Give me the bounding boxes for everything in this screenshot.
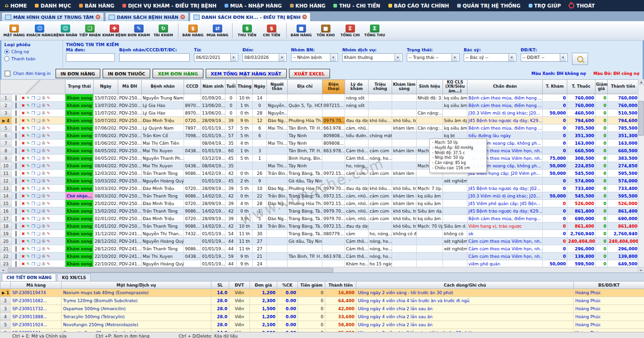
chevron-down-icon[interactable]: ▾ xyxy=(230,54,236,61)
edit-icon[interactable]: ✎ xyxy=(26,133,30,138)
copy-icon[interactable]: ❐ xyxy=(32,103,35,108)
col-cccd[interactable]: CCCD xyxy=(184,80,201,94)
menu-item-quan-tri-he-thong[interactable]: QUẢN TRỊ HỆ THỐNG xyxy=(457,3,521,8)
order-row[interactable]: 12✖✎❐❏✇✎Khám xong10/03/202...PDV-250...N… xyxy=(0,177,638,185)
col-vit[interactable]: Sinh hiệu xyxy=(417,80,443,94)
scroll-right-icon[interactable]: ► xyxy=(638,267,644,272)
copy-icon[interactable]: ❐ xyxy=(32,118,35,123)
col-kq[interactable]: KQ CLS (XN/Siêu âm...) xyxy=(443,80,467,94)
row-checkbox[interactable] xyxy=(16,110,16,116)
toolbar-mat-hang[interactable]: ■MẶT HÀNG xyxy=(2,25,26,37)
col-ma[interactable]: Mã ĐH xyxy=(118,80,142,94)
list-icon[interactable]: ❏ xyxy=(37,247,40,251)
delete-icon[interactable]: ✖ xyxy=(22,148,25,153)
note-icon[interactable]: ✎ xyxy=(47,126,50,131)
print-icon[interactable]: ✇ xyxy=(42,103,46,108)
detail-col-gia[interactable]: Đơn giá xyxy=(250,281,277,289)
list-icon[interactable]: ❏ xyxy=(37,148,40,153)
col-tt[interactable]: T. Thuốc xyxy=(567,80,596,94)
ddkt-select[interactable]: -- ĐĐ/KT --▾ xyxy=(521,53,568,62)
col-diag[interactable]: Chẩn đoán xyxy=(467,80,543,94)
delete-icon[interactable]: ✖ xyxy=(22,201,25,206)
note-icon[interactable]: ✎ xyxy=(47,201,50,206)
tab-chi-tiet-don-hang[interactable]: CHI TIẾT ĐƠN HÀNG xyxy=(2,273,56,281)
list-icon[interactable]: ❏ xyxy=(37,224,40,229)
row-checkbox[interactable] xyxy=(16,223,16,229)
edit-icon[interactable]: ✎ xyxy=(26,254,30,259)
list-icon[interactable]: ❏ xyxy=(37,201,40,206)
detail-col-bs[interactable]: BS/ĐD/KT xyxy=(574,281,644,289)
col-exam[interactable]: Khám lâm sàng xyxy=(392,80,417,94)
toolbar-tiep-nhan[interactable]: ❏TIẾP NHẬN xyxy=(78,25,102,37)
bac-sy-select[interactable]: -- Bác sỹ --▾ xyxy=(464,53,516,62)
print-icon[interactable]: ✇ xyxy=(42,133,46,138)
toolbar-tong-chi[interactable]: ΣTỔNG CHI xyxy=(338,25,362,37)
toolbar-thu-tien[interactable]: $THU TIỀN xyxy=(235,25,259,37)
print-icon[interactable]: ✇ xyxy=(42,224,46,229)
note-icon[interactable]: ✎ xyxy=(47,171,50,176)
note-icon[interactable]: ✎ xyxy=(47,194,50,198)
row-checkbox[interactable] xyxy=(16,133,16,139)
copy-icon[interactable]: ❐ xyxy=(32,126,35,131)
delete-icon[interactable]: ✖ xyxy=(22,186,25,191)
col-tot[interactable]: Thành tiền xyxy=(608,80,638,94)
row-checkbox[interactable] xyxy=(16,208,16,214)
delete-icon[interactable]: ✖ xyxy=(22,171,25,176)
detail-row[interactable]: 2SP-230911682...Trymo 120mg (Bismuth Sub… xyxy=(0,297,644,305)
print-icon[interactable]: ✇ xyxy=(42,164,46,168)
copy-icon[interactable]: ❐ xyxy=(32,133,35,138)
edit-icon[interactable]: ✎ xyxy=(26,103,30,108)
print-icon[interactable]: ✇ xyxy=(42,194,46,198)
col-addr[interactable]: Địa chỉ xyxy=(288,80,322,94)
print-icon[interactable]: ✇ xyxy=(42,141,46,146)
order-row[interactable]: 2✖✎❐❏✇✎Khám xong13/07/202...PDV-250...Lý… xyxy=(0,102,638,109)
nhom-dv-select[interactable]: Khám thường▾ xyxy=(342,53,402,62)
detail-col-sl[interactable]: SL xyxy=(211,281,229,289)
order-row[interactable]: 18✖✎❐❏✇✎Khám xong01/01/202...PDV-250...T… xyxy=(0,223,638,230)
print-icon[interactable]: ✇ xyxy=(42,171,46,176)
toolbar-benh-nhan[interactable]: ☺BỆNH NHÂN xyxy=(53,25,78,37)
note-icon[interactable]: ✎ xyxy=(47,224,50,229)
note-icon[interactable]: ✎ xyxy=(47,103,50,108)
list-icon[interactable]: ❏ xyxy=(37,231,40,236)
toolbar-mua-hang[interactable]: ⇄MUA HÀNG xyxy=(205,25,230,37)
toolbar-chi-tien[interactable]: $CHI TIỀN xyxy=(259,25,284,37)
print-icon[interactable]: ✇ xyxy=(42,231,46,236)
copy-icon[interactable]: ❐ xyxy=(32,254,35,259)
menu-item-tro-giup[interactable]: TRỢ GIÚP xyxy=(529,3,561,8)
delete-icon[interactable]: ✖ xyxy=(22,216,25,221)
radio-thanh-toan[interactable]: Thanh toán xyxy=(4,56,60,61)
search-button[interactable] xyxy=(572,53,588,65)
edit-icon[interactable]: ✎ xyxy=(26,164,30,168)
note-icon[interactable]: ✎ xyxy=(47,148,50,153)
col-sym[interactable]: Triệu chứng xyxy=(369,80,392,94)
list-icon[interactable]: ❏ xyxy=(37,254,40,259)
delete-icon[interactable]: ✖ xyxy=(22,231,25,236)
note-icon[interactable]: ✎ xyxy=(47,111,50,115)
detail-col-ck[interactable]: %CK xyxy=(277,281,298,289)
note-icon[interactable]: ✎ xyxy=(47,133,50,138)
note-icon[interactable]: ✎ xyxy=(47,156,50,161)
tab-3[interactable]: DANH SÁCH ĐƠN KH... - ĐIỀU TRỊ BỆNH✕ xyxy=(190,12,311,21)
note-icon[interactable]: ✎ xyxy=(47,186,50,191)
detail-col-cd[interactable]: Cách dùng/Ghi chú xyxy=(356,281,574,289)
copy-icon[interactable]: ❐ xyxy=(32,247,35,251)
order-row[interactable]: ▶ 4✖✎❐❏✇✎Khám xong10/07/202...PDV-250...… xyxy=(0,117,638,124)
scroll-left-icon[interactable]: ◄ xyxy=(0,267,6,272)
edit-icon[interactable]: ✎ xyxy=(26,209,30,214)
copy-icon[interactable]: ❐ xyxy=(32,231,35,236)
copy-icon[interactable]: ❐ xyxy=(32,224,35,229)
row-checkbox[interactable] xyxy=(16,239,16,244)
row-checkbox[interactable] xyxy=(16,171,16,176)
menu-item-mua-nhap-hang[interactable]: MUA - NHẬP HÀNG xyxy=(225,3,282,8)
edit-icon[interactable]: ✎ xyxy=(26,194,30,198)
order-row[interactable]: 9✖✎❐❏✇✎Khám xong04/05/202...PDV-250...Ng… xyxy=(0,155,638,162)
print-order-button[interactable]: IN ĐƠN HÀNG xyxy=(56,69,100,78)
copy-icon[interactable]: ❐ xyxy=(32,156,35,161)
order-row[interactable]: 6✖✎❐❏✇✎Khám xong07/06/202...PDV-250...Tr… xyxy=(0,132,638,140)
scroll-up-icon[interactable]: ▲ xyxy=(638,79,644,85)
patient-search-input[interactable] xyxy=(119,53,190,62)
detail-col-giam[interactable]: Tiền giảm xyxy=(298,281,325,289)
list-icon[interactable]: ❏ xyxy=(37,111,40,115)
edit-icon[interactable]: ✎ xyxy=(26,96,30,100)
